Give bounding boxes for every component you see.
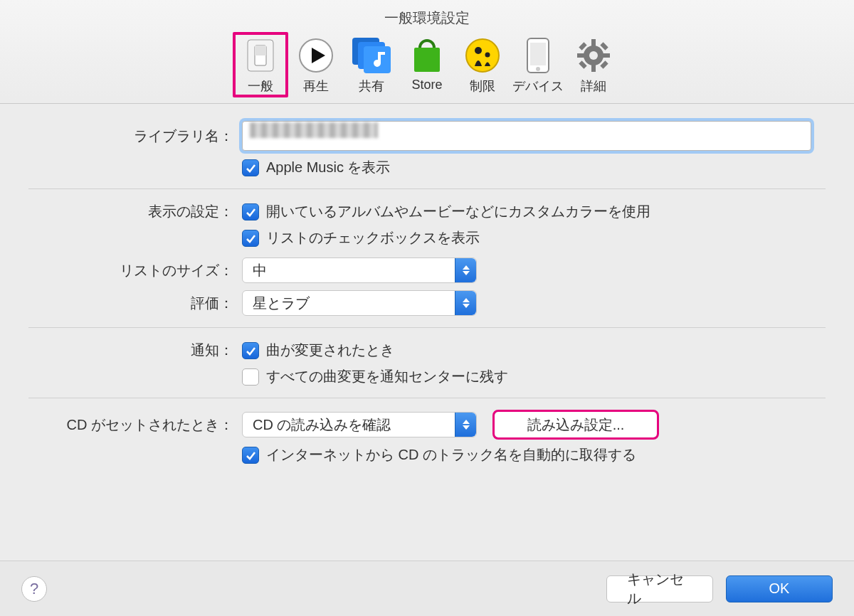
svg-point-25: [589, 51, 598, 60]
play-icon: [295, 35, 337, 76]
question-icon: ?: [30, 580, 38, 598]
svg-point-10: [466, 39, 499, 72]
toolbar-playback[interactable]: 再生: [288, 32, 344, 97]
library-name-label: ライブラリ名：: [28, 127, 242, 146]
chevron-updown-icon: [455, 413, 476, 437]
auto-track-names-label: インターネットから CD のトラック名を自動的に取得する: [266, 445, 636, 464]
cancel-button[interactable]: キャンセル: [606, 575, 713, 602]
device-icon: [517, 35, 559, 76]
svg-rect-8: [378, 52, 385, 55]
show-apple-music-label: Apple Music を表示: [266, 158, 391, 177]
toolbar-devices[interactable]: デバイス: [510, 32, 566, 97]
divider: [28, 398, 826, 398]
list-size-select[interactable]: 中: [242, 257, 477, 283]
content-area: ライブラリ名： Apple Music を表示 表示の設定： 開いているアルバム…: [0, 104, 854, 464]
toolbar-devices-label: デバイス: [512, 78, 564, 95]
cd-action-value: CD の読み込みを確認: [253, 415, 391, 435]
notification-center-checkbox[interactable]: [242, 368, 259, 386]
svg-point-11: [475, 47, 482, 54]
help-button[interactable]: ?: [21, 576, 47, 602]
toolbar-parental-label: 制限: [470, 78, 495, 95]
window-title: 一般環境設定: [0, 0, 854, 28]
toolbar-general-label: 一般: [248, 78, 273, 95]
svg-point-12: [485, 53, 490, 58]
toolbar-store-label: Store: [411, 78, 442, 92]
auto-track-names-checkbox[interactable]: [242, 447, 259, 464]
switch-icon: [240, 35, 281, 76]
toolbar-parental[interactable]: 制限: [455, 32, 510, 97]
preferences-toolbar: 一般 再生 共有 Store: [0, 32, 854, 104]
divider: [28, 327, 826, 328]
chevron-updown-icon: [455, 291, 476, 315]
list-size-label: リストのサイズ：: [28, 261, 242, 280]
notifications-label: 通知：: [28, 341, 242, 360]
cd-action-select[interactable]: CD の読み込みを確認: [242, 412, 477, 437]
gear-icon: [573, 35, 614, 76]
toolbar-advanced[interactable]: 詳細: [566, 32, 621, 97]
svg-rect-19: [577, 53, 584, 58]
svg-rect-18: [591, 65, 596, 72]
svg-rect-21: [579, 42, 586, 50]
custom-color-label: 開いているアルバムやムービーなどにカスタムカラーを使用: [266, 202, 650, 221]
toolbar-general[interactable]: 一般: [233, 32, 288, 97]
import-settings-button-label: 読み込み設定...: [527, 415, 625, 435]
list-checkbox-label: リストのチェックボックスを表示: [266, 228, 480, 248]
bag-icon: [406, 35, 448, 76]
cd-label: CD がセットされたとき：: [28, 415, 242, 435]
library-name-input[interactable]: [242, 121, 811, 151]
cancel-button-label: キャンセル: [627, 570, 692, 608]
list-checkbox-checkbox[interactable]: [242, 230, 259, 247]
music-stack-icon: [351, 35, 392, 76]
svg-rect-20: [603, 53, 610, 58]
toolbar-sharing[interactable]: 共有: [344, 32, 399, 97]
rating-value: 星とラブ: [253, 294, 310, 313]
svg-rect-24: [600, 60, 608, 68]
footer-bar: ? キャンセル OK: [0, 561, 854, 616]
svg-rect-2: [255, 46, 266, 55]
ok-button-label: OK: [769, 580, 790, 597]
ok-button[interactable]: OK: [726, 575, 833, 602]
song-change-checkbox[interactable]: [242, 342, 259, 359]
display-settings-label: 表示の設定：: [28, 202, 242, 221]
svg-rect-9: [414, 48, 440, 72]
custom-color-checkbox[interactable]: [242, 203, 259, 221]
svg-rect-23: [579, 60, 586, 68]
parental-icon: [462, 35, 503, 76]
rating-select[interactable]: 星とラブ: [242, 290, 477, 316]
divider: [28, 188, 826, 189]
svg-rect-14: [530, 43, 546, 65]
chevron-updown-icon: [455, 258, 476, 282]
svg-rect-17: [591, 39, 596, 46]
svg-point-15: [536, 67, 540, 71]
redacted-text: [250, 122, 378, 138]
toolbar-store[interactable]: Store: [399, 32, 455, 97]
import-settings-button[interactable]: 読み込み設定...: [494, 411, 658, 438]
list-size-value: 中: [253, 261, 267, 280]
rating-label: 評価：: [28, 294, 242, 313]
toolbar-advanced-label: 詳細: [581, 78, 606, 95]
toolbar-playback-label: 再生: [303, 78, 329, 95]
song-change-label: 曲が変更されたとき: [266, 341, 394, 360]
toolbar-sharing-label: 共有: [359, 78, 384, 95]
svg-rect-22: [600, 42, 608, 50]
notification-center-label: すべての曲変更を通知センターに残す: [266, 367, 508, 386]
show-apple-music-checkbox[interactable]: [242, 159, 259, 176]
